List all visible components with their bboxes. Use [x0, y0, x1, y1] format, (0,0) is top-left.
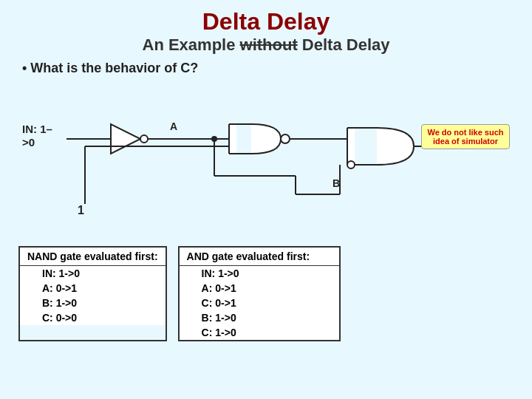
nand-row-2: B: 1->0 [20, 296, 166, 310]
svg-point-12 [281, 134, 290, 143]
svg-text:A: A [170, 120, 177, 132]
nand-row-1: A: 0->1 [20, 281, 166, 296]
svg-marker-2 [111, 124, 140, 154]
and-row-4: C: 1->0 [180, 325, 339, 340]
svg-point-21 [347, 161, 355, 168]
title-section: Delta Delay An Example without Delta Del… [15, 7, 517, 55]
bullet-text: • What is the behavior of C? [22, 61, 517, 76]
circuit-svg: IN: 1– >0 A [15, 80, 517, 242]
subtitle-wrapper: An Example without Delta Delay [15, 35, 517, 55]
and-table-header: AND gate evaluated first: [180, 248, 339, 266]
main-title: Delta Delay [15, 7, 517, 35]
subtitle-prefix: An Example [143, 35, 240, 54]
svg-point-3 [140, 135, 148, 143]
tooltip-box: We do not like such idea of simulator [421, 124, 510, 149]
nand-row-3: C: 0->0 [20, 310, 166, 325]
nand-table: NAND gate evaluated first: IN: 1->0 A: 0… [18, 246, 167, 341]
nand-table-header: NAND gate evaluated first: [20, 248, 166, 266]
and-row-0: IN: 1->0 [180, 266, 339, 281]
page-container: Delta Delay An Example without Delta Del… [0, 0, 532, 399]
svg-point-28 [211, 136, 217, 142]
svg-rect-8 [229, 124, 236, 154]
and-table: AND gate evaluated first: IN: 1->0 A: 0-… [178, 246, 341, 341]
subtitle-suffix: Delta Delay [298, 35, 390, 54]
and-row-1: A: 0->1 [180, 281, 339, 296]
in-label: IN: 1– [22, 123, 52, 135]
svg-text:B: B [332, 177, 340, 189]
svg-text:>0: >0 [22, 136, 35, 149]
subtitle-strikethrough: without [240, 35, 298, 54]
svg-text:1: 1 [78, 204, 84, 216]
and-row-3: B: 1->0 [180, 310, 339, 325]
svg-rect-15 [347, 128, 355, 165]
nand-row-0: IN: 1->0 [20, 266, 166, 281]
tables-row: NAND gate evaluated first: IN: 1->0 A: 0… [15, 246, 517, 341]
and-row-2: C: 0->1 [180, 296, 339, 310]
circuit-area: IN: 1– >0 A [15, 80, 517, 242]
